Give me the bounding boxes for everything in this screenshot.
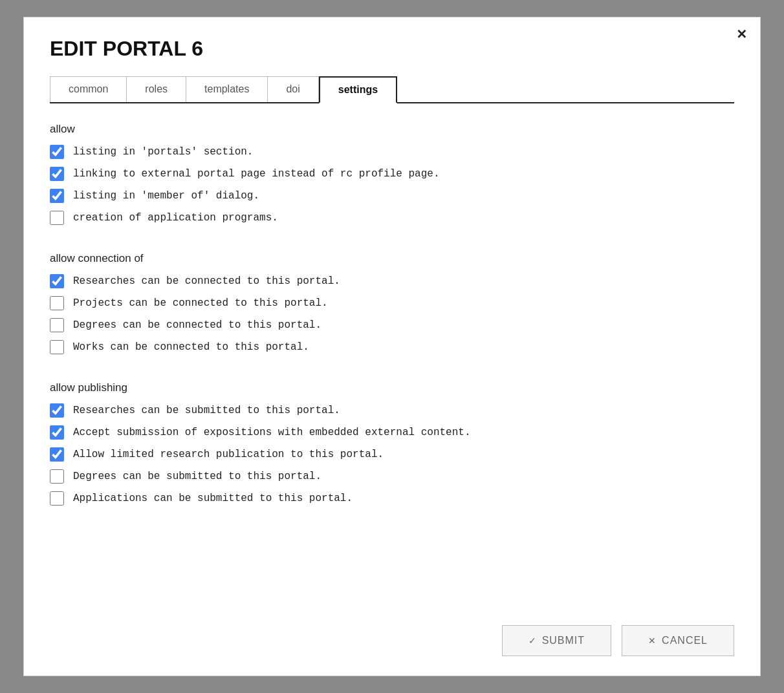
dialog-title: EDIT PORTAL 6 xyxy=(50,37,734,61)
pub-researches-label: Researches can be submitted to this port… xyxy=(73,405,340,416)
allow-connection-section-label: allow connection of xyxy=(50,252,734,265)
tab-templates[interactable]: templates xyxy=(186,76,268,102)
list-item: Allow limited research publication to th… xyxy=(50,447,734,462)
list-item: listing in 'member of' dialog. xyxy=(50,189,734,203)
pub-accept-submission-checkbox[interactable] xyxy=(50,425,64,440)
allow-section-label: allow xyxy=(50,123,734,136)
conn-researches-label: Researches can be connected to this port… xyxy=(73,275,340,287)
conn-projects-checkbox[interactable] xyxy=(50,296,64,310)
allow-publishing-section-label: allow publishing xyxy=(50,381,734,394)
allow-linking-external-checkbox[interactable] xyxy=(50,167,64,181)
list-item: Degrees can be submitted to this portal. xyxy=(50,469,734,484)
pub-applications-checkbox[interactable] xyxy=(50,491,64,506)
tab-common[interactable]: common xyxy=(50,76,127,102)
edit-portal-dialog: ✕ EDIT PORTAL 6 common roles templates d… xyxy=(23,17,761,676)
submit-icon: ✓ xyxy=(528,635,537,646)
conn-works-label: Works can be connected to this portal. xyxy=(73,341,309,353)
allow-creation-app-checkbox[interactable] xyxy=(50,211,64,225)
list-item: linking to external portal page instead … xyxy=(50,167,734,181)
conn-degrees-checkbox[interactable] xyxy=(50,318,64,332)
allow-connection-section: allow connection of Researches can be co… xyxy=(50,252,734,362)
conn-works-checkbox[interactable] xyxy=(50,340,64,354)
pub-accept-submission-label: Accept submission of expositions with em… xyxy=(73,427,471,438)
pub-degrees-checkbox[interactable] xyxy=(50,469,64,484)
close-button[interactable]: ✕ xyxy=(736,28,747,41)
submit-label: SUBMIT xyxy=(542,635,585,646)
tab-bar: common roles templates doi settings xyxy=(50,76,734,103)
pub-allow-limited-checkbox[interactable] xyxy=(50,447,64,462)
submit-button[interactable]: ✓ SUBMIT xyxy=(502,625,611,656)
pub-applications-label: Applications can be submitted to this po… xyxy=(73,493,353,504)
cancel-label: CANCEL xyxy=(662,635,708,646)
conn-researches-checkbox[interactable] xyxy=(50,274,64,288)
conn-projects-label: Projects can be connected to this portal… xyxy=(73,297,328,309)
list-item: Degrees can be connected to this portal. xyxy=(50,318,734,332)
list-item: listing in 'portals' section. xyxy=(50,145,734,159)
allow-listing-portals-checkbox[interactable] xyxy=(50,145,64,159)
list-item: Applications can be submitted to this po… xyxy=(50,491,734,506)
pub-degrees-label: Degrees can be submitted to this portal. xyxy=(73,471,321,482)
allow-listing-member-label: listing in 'member of' dialog. xyxy=(73,190,259,202)
allow-listing-portals-label: listing in 'portals' section. xyxy=(73,146,253,158)
allow-section: allow listing in 'portals' section. link… xyxy=(50,123,734,233)
tab-settings[interactable]: settings xyxy=(319,76,397,103)
tab-doi[interactable]: doi xyxy=(268,76,318,102)
allow-publishing-section: allow publishing Researches can be submi… xyxy=(50,381,734,513)
list-item: Accept submission of expositions with em… xyxy=(50,425,734,440)
cancel-button[interactable]: ✕ CANCEL xyxy=(622,625,734,656)
list-item: Projects can be connected to this portal… xyxy=(50,296,734,310)
pub-researches-checkbox[interactable] xyxy=(50,403,64,418)
allow-creation-app-label: creation of application programs. xyxy=(73,212,278,224)
conn-degrees-label: Degrees can be connected to this portal. xyxy=(73,319,321,331)
list-item: creation of application programs. xyxy=(50,211,734,225)
dialog-footer: ✓ SUBMIT ✕ CANCEL xyxy=(50,612,734,656)
list-item: Researches can be submitted to this port… xyxy=(50,403,734,418)
list-item: Works can be connected to this portal. xyxy=(50,340,734,354)
allow-listing-member-checkbox[interactable] xyxy=(50,189,64,203)
list-item: Researches can be connected to this port… xyxy=(50,274,734,288)
allow-linking-external-label: linking to external portal page instead … xyxy=(73,168,440,180)
tab-roles[interactable]: roles xyxy=(127,76,186,102)
cancel-icon: ✕ xyxy=(648,635,657,646)
pub-allow-limited-label: Allow limited research publication to th… xyxy=(73,449,384,460)
